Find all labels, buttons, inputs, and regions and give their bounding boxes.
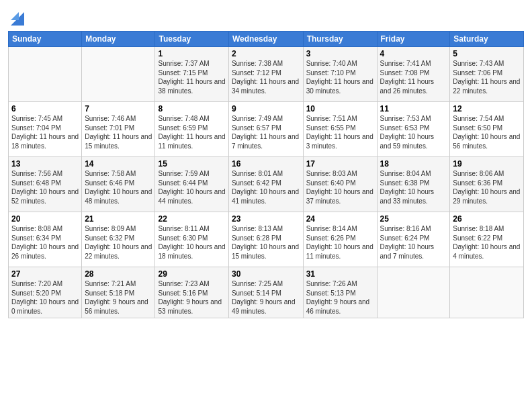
calendar-cell: 31Sunrise: 7:26 AMSunset: 5:13 PMDayligh…: [303, 267, 377, 318]
calendar-cell: 16Sunrise: 8:01 AMSunset: 6:42 PMDayligh…: [228, 157, 303, 212]
calendar-cell: 25Sunrise: 8:16 AMSunset: 6:24 PMDayligh…: [377, 212, 450, 267]
calendar-table: SundayMondayTuesdayWednesdayThursdayFrid…: [8, 31, 524, 318]
day-info: Sunrise: 7:43 AMSunset: 7:06 PMDaylight:…: [453, 59, 521, 95]
day-number: 18: [380, 159, 447, 169]
day-number: 24: [306, 214, 374, 224]
col-header-sunday: Sunday: [9, 32, 82, 47]
day-info: Sunrise: 8:18 AMSunset: 6:22 PMDaylight:…: [453, 224, 521, 261]
calendar-cell: [377, 267, 450, 318]
day-info: Sunrise: 8:03 AMSunset: 6:40 PMDaylight:…: [306, 169, 374, 205]
day-number: 29: [158, 269, 225, 279]
day-number: 23: [232, 214, 300, 224]
day-info: Sunrise: 7:21 AMSunset: 5:18 PMDaylight:…: [85, 279, 152, 316]
calendar-week-5: 27Sunrise: 7:20 AMSunset: 5:20 PMDayligh…: [9, 267, 524, 318]
day-info: Sunrise: 7:26 AMSunset: 5:13 PMDaylight:…: [306, 279, 374, 316]
col-header-tuesday: Tuesday: [155, 32, 228, 47]
day-info: Sunrise: 8:14 AMSunset: 6:26 PMDaylight:…: [306, 224, 374, 261]
calendar-cell: 21Sunrise: 8:09 AMSunset: 6:32 PMDayligh…: [82, 212, 155, 267]
day-number: 3: [306, 49, 374, 58]
calendar-cell: 11Sunrise: 7:53 AMSunset: 6:53 PMDayligh…: [377, 102, 450, 157]
calendar-cell: 28Sunrise: 7:21 AMSunset: 5:18 PMDayligh…: [82, 267, 155, 318]
header: [8, 7, 524, 26]
day-info: Sunrise: 7:41 AMSunset: 7:08 PMDaylight:…: [380, 59, 447, 95]
day-number: 13: [11, 159, 79, 169]
day-info: Sunrise: 7:51 AMSunset: 6:55 PMDaylight:…: [306, 114, 374, 150]
calendar-week-1: 1Sunrise: 7:37 AMSunset: 7:15 PMDaylight…: [9, 47, 524, 102]
day-info: Sunrise: 7:53 AMSunset: 6:53 PMDaylight:…: [380, 114, 447, 150]
calendar-cell: 20Sunrise: 8:08 AMSunset: 6:34 PMDayligh…: [9, 212, 82, 267]
calendar-cell: [82, 47, 155, 102]
day-number: 10: [306, 104, 374, 113]
day-info: Sunrise: 7:25 AMSunset: 5:14 PMDaylight:…: [232, 279, 300, 316]
day-number: 21: [85, 214, 152, 224]
col-header-friday: Friday: [377, 32, 450, 47]
col-header-wednesday: Wednesday: [228, 32, 303, 47]
day-number: 16: [232, 159, 300, 169]
col-header-thursday: Thursday: [303, 32, 377, 47]
calendar-cell: 27Sunrise: 7:20 AMSunset: 5:20 PMDayligh…: [9, 267, 82, 318]
calendar-cell: 5Sunrise: 7:43 AMSunset: 7:06 PMDaylight…: [450, 47, 524, 102]
day-info: Sunrise: 8:11 AMSunset: 6:30 PMDaylight:…: [158, 224, 225, 261]
day-number: 30: [232, 269, 300, 279]
calendar-week-2: 6Sunrise: 7:45 AMSunset: 7:04 PMDaylight…: [9, 102, 524, 157]
calendar-cell: [450, 267, 524, 318]
day-number: 27: [11, 269, 79, 279]
logo-icon: [11, 7, 24, 26]
day-info: Sunrise: 7:58 AMSunset: 6:46 PMDaylight:…: [85, 169, 152, 205]
calendar-cell: 26Sunrise: 8:18 AMSunset: 6:22 PMDayligh…: [450, 212, 524, 267]
calendar-cell: 24Sunrise: 8:14 AMSunset: 6:26 PMDayligh…: [303, 212, 377, 267]
day-number: 12: [453, 104, 521, 113]
day-info: Sunrise: 7:20 AMSunset: 5:20 PMDaylight:…: [11, 279, 79, 316]
calendar-cell: 1Sunrise: 7:37 AMSunset: 7:15 PMDaylight…: [155, 47, 228, 102]
day-number: 4: [380, 49, 447, 58]
day-info: Sunrise: 7:56 AMSunset: 6:48 PMDaylight:…: [11, 169, 79, 205]
svg-marker-1: [11, 12, 19, 20]
day-info: Sunrise: 7:40 AMSunset: 7:10 PMDaylight:…: [306, 59, 374, 95]
day-number: 6: [11, 104, 79, 113]
day-info: Sunrise: 7:37 AMSunset: 7:15 PMDaylight:…: [158, 59, 225, 95]
day-number: 15: [158, 159, 225, 169]
col-header-monday: Monday: [82, 32, 155, 47]
calendar-cell: 8Sunrise: 7:48 AMSunset: 6:59 PMDaylight…: [155, 102, 228, 157]
calendar-cell: 2Sunrise: 7:38 AMSunset: 7:12 PMDaylight…: [228, 47, 303, 102]
day-info: Sunrise: 7:48 AMSunset: 6:59 PMDaylight:…: [158, 114, 225, 150]
calendar-cell: 17Sunrise: 8:03 AMSunset: 6:40 PMDayligh…: [303, 157, 377, 212]
calendar-week-4: 20Sunrise: 8:08 AMSunset: 6:34 PMDayligh…: [9, 212, 524, 267]
calendar-cell: 9Sunrise: 7:49 AMSunset: 6:57 PMDaylight…: [228, 102, 303, 157]
col-header-saturday: Saturday: [450, 32, 524, 47]
day-number: 31: [306, 269, 374, 279]
day-number: 14: [85, 159, 152, 169]
day-number: 19: [453, 159, 521, 169]
day-info: Sunrise: 7:46 AMSunset: 7:01 PMDaylight:…: [85, 114, 152, 150]
page: SundayMondayTuesdayWednesdayThursdayFrid…: [0, 0, 532, 411]
calendar-cell: 12Sunrise: 7:54 AMSunset: 6:50 PMDayligh…: [450, 102, 524, 157]
calendar-cell: 22Sunrise: 8:11 AMSunset: 6:30 PMDayligh…: [155, 212, 228, 267]
day-info: Sunrise: 7:54 AMSunset: 6:50 PMDaylight:…: [453, 114, 521, 150]
calendar-cell: 7Sunrise: 7:46 AMSunset: 7:01 PMDaylight…: [82, 102, 155, 157]
calendar-cell: 4Sunrise: 7:41 AMSunset: 7:08 PMDaylight…: [377, 47, 450, 102]
day-info: Sunrise: 7:38 AMSunset: 7:12 PMDaylight:…: [232, 59, 300, 95]
day-info: Sunrise: 8:01 AMSunset: 6:42 PMDaylight:…: [232, 169, 300, 205]
calendar-cell: [9, 47, 82, 102]
day-info: Sunrise: 7:49 AMSunset: 6:57 PMDaylight:…: [232, 114, 300, 150]
calendar-cell: 18Sunrise: 8:04 AMSunset: 6:38 PMDayligh…: [377, 157, 450, 212]
day-info: Sunrise: 8:09 AMSunset: 6:32 PMDaylight:…: [85, 224, 152, 261]
calendar-cell: 19Sunrise: 8:06 AMSunset: 6:36 PMDayligh…: [450, 157, 524, 212]
calendar-cell: 13Sunrise: 7:56 AMSunset: 6:48 PMDayligh…: [9, 157, 82, 212]
day-number: 11: [380, 104, 447, 113]
day-info: Sunrise: 7:59 AMSunset: 6:44 PMDaylight:…: [158, 169, 225, 205]
day-number: 28: [85, 269, 152, 279]
day-info: Sunrise: 8:04 AMSunset: 6:38 PMDaylight:…: [380, 169, 447, 205]
day-number: 22: [158, 214, 225, 224]
day-number: 26: [453, 214, 521, 224]
calendar-cell: 14Sunrise: 7:58 AMSunset: 6:46 PMDayligh…: [82, 157, 155, 212]
day-number: 8: [158, 104, 225, 113]
day-number: 1: [158, 49, 225, 58]
day-number: 2: [232, 49, 300, 58]
day-info: Sunrise: 8:06 AMSunset: 6:36 PMDaylight:…: [453, 169, 521, 205]
calendar-cell: 3Sunrise: 7:40 AMSunset: 7:10 PMDaylight…: [303, 47, 377, 102]
logo: [8, 7, 24, 26]
calendar-week-3: 13Sunrise: 7:56 AMSunset: 6:48 PMDayligh…: [9, 157, 524, 212]
day-number: 9: [232, 104, 300, 113]
day-info: Sunrise: 7:45 AMSunset: 7:04 PMDaylight:…: [11, 114, 79, 150]
